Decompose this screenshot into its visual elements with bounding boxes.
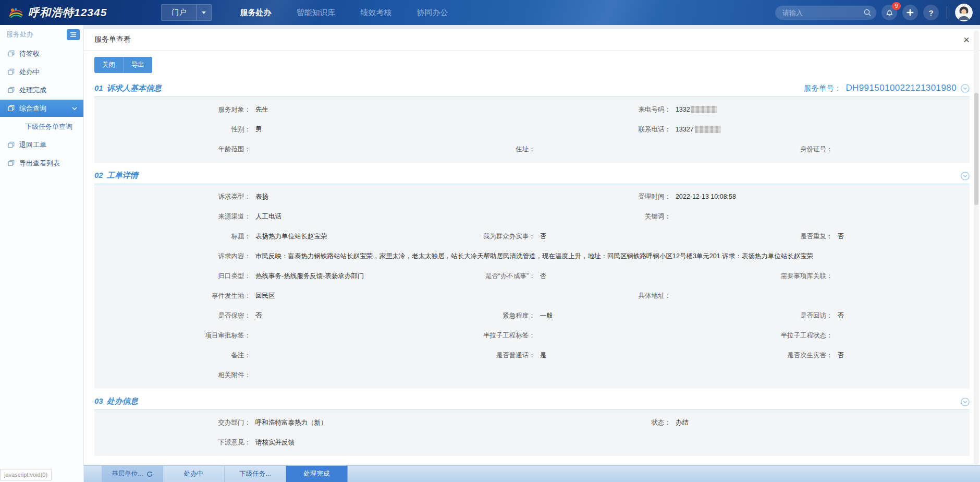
scrollbar-thumb[interactable]: [974, 93, 978, 205]
form-field: 来电号码：1332: [514, 105, 970, 114]
form-field: 是否次生灾害：否: [677, 351, 970, 360]
field-label: 联系电话：: [514, 125, 676, 134]
close-icon[interactable]: ×: [963, 34, 970, 45]
form-row: 来源渠道：人工电话关键词：: [94, 207, 970, 226]
collapse-chevron-icon[interactable]: [961, 397, 970, 406]
form-field: 是否回访：否: [677, 311, 970, 320]
collapse-chevron-icon[interactable]: [961, 172, 970, 180]
search-input[interactable]: [775, 6, 876, 20]
refresh-icon[interactable]: [146, 471, 153, 477]
form-field: 状态：办结: [514, 418, 970, 427]
bottom-tab-3[interactable]: 处理完成: [286, 466, 348, 482]
search-icon[interactable]: [863, 8, 872, 17]
section-name: 诉求人基本信息: [107, 83, 162, 93]
field-value: 表扬热力单位站长赵宝荣: [255, 232, 327, 241]
form-row: 诉求类型：表扬受理时间：2022-12-13 10:08:58: [94, 187, 970, 207]
nav-item-3[interactable]: 协同办公: [416, 8, 448, 18]
app-window: 呼和浩特12345 门户 服务处办智能知识库绩效考核协同办公 9: [0, 0, 980, 482]
field-label: 是否“办不成事”：: [379, 272, 540, 281]
bottom-tab-label: 处理完成: [304, 469, 330, 478]
field-label: 性别：: [94, 125, 255, 134]
field-value: 2022-12-13 10:08:58: [676, 193, 736, 200]
bottom-tab-0[interactable]: 基层单位...: [102, 466, 163, 482]
sidebar-item[interactable]: 综合查询: [0, 100, 83, 117]
field-value: 男: [255, 125, 262, 134]
user-avatar[interactable]: [955, 4, 973, 21]
sidebar-item[interactable]: 处办中: [0, 63, 83, 80]
field-value: 否: [540, 272, 547, 281]
sidebar-item-label: 导出查看列表: [19, 159, 60, 168]
apps-cross-button[interactable]: [902, 5, 918, 20]
section-header-right: [961, 397, 970, 406]
bottom-tab-1[interactable]: 处办中: [163, 466, 225, 482]
portal-label[interactable]: 门户: [162, 5, 196, 20]
form-field: 紧急程度：一般: [379, 311, 677, 320]
form-field: 住址：: [379, 145, 677, 154]
field-value: 是: [540, 351, 547, 360]
collapse-chevron-icon[interactable]: [961, 84, 970, 93]
section-number: 01: [94, 83, 103, 92]
bottom-tab-2[interactable]: 下级任务...: [225, 466, 286, 482]
sidebar-item[interactable]: 退回工单: [0, 136, 83, 153]
form-field: 备注：: [94, 351, 379, 360]
caret-down-icon[interactable]: [196, 5, 211, 20]
sidebar-item[interactable]: 下级任务单查询: [0, 118, 83, 135]
copy-doc-icon: [8, 105, 15, 112]
logo-emblem-icon: [8, 7, 24, 19]
bottom-tab-label: 下级任务...: [239, 469, 271, 478]
form-row: 诉求内容：市民反映：富泰热力钢铁路站站长赵宝荣，家里太冷，老太太独居，站长大冷天…: [94, 246, 970, 266]
notifications-button[interactable]: 9: [881, 5, 897, 20]
field-label: 服务对象：: [94, 105, 255, 114]
field-value: 办结: [676, 418, 689, 427]
nav-item-1[interactable]: 智能知识库: [296, 8, 335, 18]
nav-item-2[interactable]: 绩效考核: [360, 8, 391, 18]
field-label: 状态：: [514, 418, 676, 427]
portal-dropdown-button[interactable]: 门户: [161, 4, 212, 21]
section-body: 服务对象：先生来电号码：1332性别：男联系电话：13327年龄范围：住址：身份…: [94, 97, 970, 163]
section-header-right: [961, 172, 970, 180]
status-link-tooltip: javascript:void(0): [0, 469, 52, 480]
field-label: 来源渠道：: [94, 212, 255, 221]
sidebar-item[interactable]: 待签收: [0, 45, 83, 62]
section-number: 03: [94, 396, 103, 405]
nav-item-0[interactable]: 服务处办: [240, 8, 271, 18]
form-row: 事件发生地：回民区具体地址：: [94, 286, 970, 306]
field-value: 13327: [676, 126, 694, 133]
field-value: 一般: [540, 311, 553, 320]
form-field: 服务对象：先生: [94, 105, 514, 114]
sidebar-collapse-button[interactable]: [67, 29, 80, 40]
close-button[interactable]: 关闭: [94, 57, 124, 73]
export-button[interactable]: 导出: [124, 57, 152, 73]
section-header: 02工单详情: [94, 171, 970, 184]
field-label: 半拉子工程标签：: [379, 331, 540, 340]
field-label: 诉求类型：: [94, 192, 255, 201]
section-body: 诉求类型：表扬受理时间：2022-12-13 10:08:58来源渠道：人工电话…: [94, 184, 970, 389]
field-value: 市民反映：富泰热力钢铁路站站长赵宝荣，家里太冷，老太太独居，站长大冷天帮助居民清…: [255, 252, 813, 261]
form-field: 我为群众办实事：否: [379, 232, 677, 241]
field-label: 半拉子工程状态：: [677, 331, 838, 340]
field-value: 1332: [676, 106, 690, 113]
form-field: 是否普通话：是: [379, 351, 677, 360]
field-label: 备注：: [94, 351, 255, 360]
form-sections: 01诉求人基本信息服务单号：DH9915010022121301980服务对象：…: [84, 83, 980, 456]
help-button[interactable]: ?: [923, 5, 939, 20]
app-title: 呼和浩特12345: [28, 5, 107, 20]
form-field: 半拉子工程状态：: [677, 331, 970, 340]
vertical-scrollbar[interactable]: [974, 30, 979, 465]
sidebar-item[interactable]: 导出查看列表: [0, 154, 83, 172]
cross-icon: [906, 9, 914, 16]
bottom-tab-label: 基层单位...: [112, 469, 143, 478]
form-row: 性别：男联系电话：13327: [94, 119, 970, 139]
field-label: 紧急程度：: [379, 311, 540, 320]
field-value: 热线事务-热线服务反馈-表扬承办部门: [255, 272, 364, 281]
bottom-tabs: 基层单位...处办中下级任务...处理完成: [102, 466, 348, 482]
header-actions: 9 ?: [775, 4, 973, 21]
sidebar-item[interactable]: 处理完成: [0, 81, 83, 99]
section-header: 01诉求人基本信息服务单号：DH9915010022121301980: [94, 83, 970, 97]
sidebar-item-label: 下级任务单查询: [25, 122, 72, 131]
field-value: 否: [255, 311, 262, 320]
top-navigation: 服务处办智能知识库绩效考核协同办公: [240, 8, 448, 18]
section-title: 02工单详情: [94, 171, 138, 180]
form-row: 归口类型：热线事务-热线服务反馈-表扬承办部门是否“办不成事”：否需要事项库关联…: [94, 266, 970, 286]
section-03: 03处办信息交办部门：呼和浩特富泰热力（新）状态：办结下派意见：请核实并反馈: [94, 396, 970, 456]
